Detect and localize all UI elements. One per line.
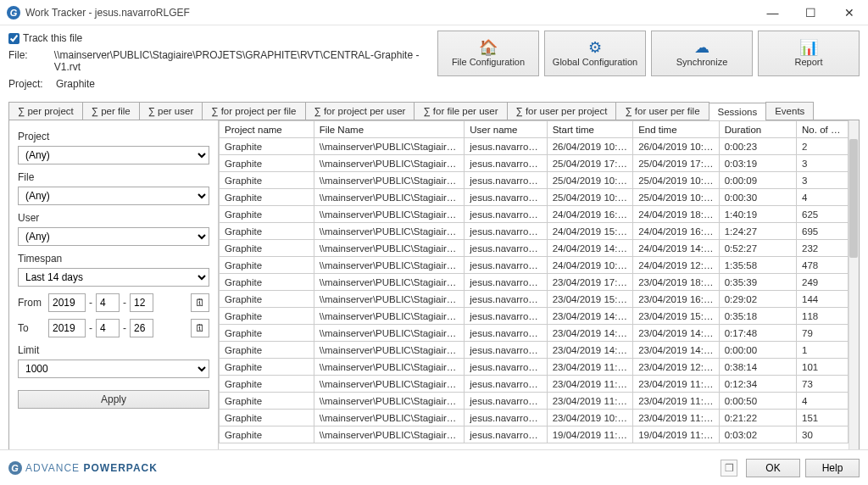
tab--for-project-per-file[interactable]: ∑ for project per file <box>202 102 305 120</box>
cell-start: 23/04/2019 14:33:14 <box>547 325 633 342</box>
column-header[interactable]: Duration <box>719 121 796 138</box>
global-configuration-label: Global Configuration <box>553 57 637 67</box>
table-row[interactable]: Graphite\\mainserver\PUBLIC\Stagiaire\..… <box>220 342 849 359</box>
cell-dur: 0:21:22 <box>719 410 796 426</box>
cell-n: 4 <box>797 393 849 410</box>
filter-user-select[interactable]: (Any) <box>18 227 209 246</box>
global-configuration-button[interactable]: ⚙ Global Configuration <box>544 31 646 76</box>
cell-dur: 1:24:27 <box>719 223 796 240</box>
help-button[interactable]: Help <box>805 459 860 477</box>
table-row[interactable]: Graphite\\mainserver\PUBLIC\Stagiaire\..… <box>220 155 849 172</box>
table-row[interactable]: Graphite\\mainserver\PUBLIC\Stagiaire\..… <box>220 426 849 443</box>
scrollbar-thumb[interactable] <box>849 139 858 258</box>
gear-icon: ⚙ <box>588 40 602 55</box>
tab--per-file[interactable]: ∑ per file <box>82 102 140 120</box>
table-row[interactable]: Graphite\\mainserver\PUBLIC\Stagiaire\..… <box>220 172 849 189</box>
ok-button[interactable]: OK <box>746 459 800 477</box>
cell-user: jesus.navarroRLGEF <box>465 325 547 342</box>
maximize-button[interactable]: ☐ <box>792 0 830 25</box>
cell-project: Graphite <box>220 206 314 223</box>
cell-n: 79 <box>797 325 849 342</box>
cell-user: jesus.navarroRLGEF <box>465 138 547 155</box>
file-configuration-button[interactable]: 🏠 File Configuration <box>437 31 539 76</box>
cell-dur: 0:38:14 <box>719 359 796 376</box>
cell-file: \\mainserver\PUBLIC\Stagiaire\...\CEN <box>314 291 465 308</box>
table-row[interactable]: Graphite\\mainserver\PUBLIC\Stagiaire\..… <box>220 308 849 325</box>
to-calendar-button[interactable]: 🗓 <box>191 319 209 337</box>
cell-project: Graphite <box>220 376 314 393</box>
cell-dur: 0:00:09 <box>719 172 796 189</box>
table-row[interactable]: Graphite\\mainserver\PUBLIC\Stagiaire\..… <box>220 206 849 223</box>
cell-n: 232 <box>797 240 849 257</box>
tab--per-user[interactable]: ∑ per user <box>139 102 203 120</box>
cell-start: 23/04/2019 11:38:32 <box>547 376 633 393</box>
table-row[interactable]: Graphite\\mainserver\PUBLIC\Stagiaire\..… <box>220 325 849 342</box>
from-year-input[interactable] <box>48 293 86 312</box>
filter-limit-select[interactable]: 1000 <box>18 360 209 378</box>
column-header[interactable]: Project name <box>220 121 314 138</box>
track-this-file-checkbox[interactable] <box>8 33 19 44</box>
cell-file: \\mainserver\PUBLIC\Stagiaire\...\CEN <box>314 172 465 189</box>
report-button[interactable]: 📊 Report <box>758 31 860 76</box>
from-calendar-button[interactable]: 🗓 <box>191 293 209 312</box>
tab--for-project-per-user[interactable]: ∑ for project per user <box>305 102 415 120</box>
cell-project: Graphite <box>220 257 314 274</box>
cell-file: \\mainserver\PUBLIC\Stagiaire\...\CEN <box>314 240 465 257</box>
table-row[interactable]: Graphite\\mainserver\PUBLIC\Stagiaire\..… <box>220 359 849 376</box>
column-header[interactable]: User name <box>465 121 547 138</box>
tab-bar: ∑ per project∑ per file∑ per user∑ for p… <box>8 102 860 120</box>
copy-icon-button[interactable]: ❐ <box>721 460 737 477</box>
tab-events[interactable]: Events <box>765 102 814 120</box>
tab--for-file-per-user[interactable]: ∑ for file per user <box>414 102 507 120</box>
calendar-icon: 🗓 <box>195 297 205 309</box>
filter-project-select[interactable]: (Any) <box>18 146 209 164</box>
table-row[interactable]: Graphite\\mainserver\PUBLIC\Stagiaire\..… <box>220 138 849 155</box>
cell-user: jesus.navarroRLGEF <box>465 206 547 223</box>
project-label: Project: <box>8 78 49 90</box>
footer: G ADVANCE POWERPACK ❐ OK Help <box>0 449 868 485</box>
tab--for-user-per-file[interactable]: ∑ for user per file <box>615 102 709 120</box>
file-path-value: \\mainserver\PUBLIC\Stagiaire\PROJETS\GR… <box>54 49 431 73</box>
column-header[interactable]: Start time <box>547 121 633 138</box>
cell-user: jesus.navarroRLGEF <box>465 223 547 240</box>
column-header[interactable]: End time <box>633 121 720 138</box>
cell-file: \\mainserver\PUBLIC\Stagiaire\...\CEN <box>314 342 465 359</box>
close-button[interactable]: ✕ <box>830 0 868 25</box>
filter-timespan-select[interactable]: Last 14 days <box>18 268 209 287</box>
table-row[interactable]: Graphite\\mainserver\PUBLIC\Stagiaire\..… <box>220 291 849 308</box>
table-row[interactable]: Graphite\\mainserver\PUBLIC\Stagiaire\..… <box>220 274 849 291</box>
minimize-button[interactable]: — <box>754 0 792 25</box>
tab-sessions[interactable]: Sessions <box>709 103 767 120</box>
cell-n: 3 <box>797 172 849 189</box>
column-header[interactable]: No. of eve <box>797 121 849 138</box>
table-row[interactable]: Graphite\\mainserver\PUBLIC\Stagiaire\..… <box>220 376 849 393</box>
tab--per-project[interactable]: ∑ per project <box>8 102 83 120</box>
from-day-input[interactable] <box>130 293 153 312</box>
synchronize-button[interactable]: ☁ Synchronize <box>651 31 753 76</box>
scrollbar-track[interactable] <box>849 120 859 465</box>
table-row[interactable]: Graphite\\mainserver\PUBLIC\Stagiaire\..… <box>220 257 849 274</box>
cell-n: 478 <box>797 257 849 274</box>
table-row[interactable]: Graphite\\mainserver\PUBLIC\Stagiaire\..… <box>220 240 849 257</box>
to-day-input[interactable] <box>130 319 153 337</box>
filter-file-select[interactable]: (Any) <box>18 187 209 205</box>
table-row[interactable]: Graphite\\mainserver\PUBLIC\Stagiaire\..… <box>220 393 849 410</box>
cell-project: Graphite <box>220 393 314 410</box>
cell-user: jesus.navarroRLGEF <box>465 410 547 426</box>
from-month-input[interactable] <box>96 293 120 312</box>
tab--for-user-per-project[interactable]: ∑ for user per project <box>507 102 617 120</box>
table-row[interactable]: Graphite\\mainserver\PUBLIC\Stagiaire\..… <box>220 410 849 426</box>
table-row[interactable]: Graphite\\mainserver\PUBLIC\Stagiaire\..… <box>220 223 849 240</box>
filter-timespan-label: Timespan <box>18 253 209 265</box>
table-row[interactable]: Graphite\\mainserver\PUBLIC\Stagiaire\..… <box>220 189 849 206</box>
cell-dur: 1:35:58 <box>719 257 796 274</box>
to-month-input[interactable] <box>96 319 120 337</box>
to-year-input[interactable] <box>48 319 86 337</box>
cell-end: 23/04/2019 12:34:56 <box>633 359 720 376</box>
column-header[interactable]: File Name <box>314 121 465 138</box>
cell-file: \\mainserver\PUBLIC\Stagiaire\...\CEN <box>314 410 465 426</box>
cell-file: \\mainserver\PUBLIC\Stagiaire\...\CEN <box>314 138 465 155</box>
cell-start: 25/04/2019 17:19:06 <box>547 155 633 172</box>
apply-button[interactable]: Apply <box>18 390 209 409</box>
cell-user: jesus.navarroRLGEF <box>465 426 547 443</box>
